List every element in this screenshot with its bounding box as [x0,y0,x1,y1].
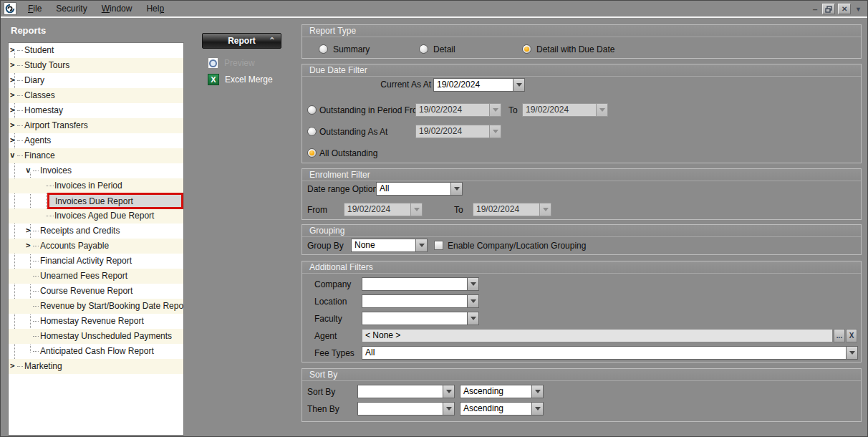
expand-node-icon[interactable]: > [10,120,15,130]
radio-detail-with-due-date[interactable] [522,44,531,54]
tree-item-accounts-payable[interactable]: >Accounts Payable [9,239,183,254]
group-by-dropdown-icon[interactable] [415,239,428,252]
radio-detail-label[interactable]: Detail [433,43,455,56]
group-by-value[interactable]: None [351,239,415,252]
location-value[interactable] [362,294,467,308]
company-dropdown-icon[interactable] [467,277,479,291]
then-by-dropdown-icon[interactable] [443,402,455,416]
collapse-chevron-icon[interactable]: ^ [269,36,274,45]
report-panel-header[interactable]: Report ^ [202,33,281,49]
menu-file[interactable]: File [21,4,49,14]
group-title: Enrolment Filter [302,169,861,181]
expand-node-icon[interactable]: > [26,241,31,251]
minimize-button[interactable]: – [811,4,819,14]
radio-outstanding-as-at[interactable] [307,127,317,136]
menu-security[interactable]: Security [49,4,94,14]
then-direction-value[interactable]: Ascending [460,402,531,416]
expand-node-icon[interactable]: > [10,90,15,100]
fee-types-dropdown-icon[interactable] [846,346,858,360]
menu-window[interactable]: Window [95,4,140,14]
radio-detail-with-due-date-label[interactable]: Detail with Due Date [536,43,614,56]
agent-value[interactable]: < None > [362,329,833,342]
tree-item-label: Unearned Fees Report [40,271,127,281]
close-button[interactable]: ✕ [838,4,851,14]
expand-node-icon[interactable]: > [10,75,15,85]
excel-merge-button[interactable]: X Excel Merge [208,73,273,85]
agent-label: Agent [314,330,337,342]
radio-summary-label[interactable]: Summary [333,43,370,56]
enable-grouping-checkbox[interactable] [434,241,443,250]
tree-item-invoices[interactable]: vInvoices [9,163,183,178]
tree-connector-stub [33,246,39,246]
outstanding-as-at-label[interactable]: Outstanding As At [319,125,387,138]
current-as-at-date-value[interactable]: 19/02/2024 [433,78,513,92]
tree-item-homestay-unscheduled-payments[interactable]: Homestay Unscheduled Payments [9,329,183,344]
collapse-node-icon[interactable]: v [26,165,31,176]
tree-item-invoices-aged-due-report[interactable]: Invoices Aged Due Report [9,208,183,224]
date-range-dropdown-icon[interactable] [450,182,463,196]
radio-summary[interactable] [319,44,328,54]
company-combo [362,277,479,291]
then-direction-dropdown-icon[interactable] [531,402,544,416]
faculty-value[interactable] [362,312,467,325]
tree-connector-stub [17,65,23,66]
tree-item-marketing[interactable]: >Marketing [9,359,183,374]
collapse-node-icon[interactable]: v [10,150,15,160]
tree-item-course-revenue-report[interactable]: Course Revenue Report [9,284,183,299]
expand-node-icon[interactable]: > [10,361,15,371]
window-menu-arrow-icon[interactable]: ▼ [854,6,862,13]
selected-tree-item-highlight[interactable]: Invoices Due Report [47,193,183,209]
tree-item-label: Invoices Aged Due Report [54,211,154,221]
tree-item-unearned-fees-report[interactable]: Unearned Fees Report [9,269,183,284]
tree-item-airport-transfers[interactable]: >Airport Transfers [9,118,183,133]
tree-item-agents[interactable]: >Agents [9,133,183,148]
tree-item-homestay[interactable]: >Homestay [9,103,183,118]
tree-connector-stub [33,276,39,277]
tree-item-student[interactable]: >Student [9,43,183,58]
radio-all-outstanding[interactable] [307,148,317,158]
restore-button[interactable] [822,4,835,14]
tree-item-label: Revenue by Start/Booking Date Report [40,301,184,311]
radio-detail[interactable] [419,44,428,54]
current-as-at-dropdown-icon[interactable] [513,78,525,92]
expand-node-icon[interactable]: > [26,226,31,236]
tree-item-diary[interactable]: >Diary [9,73,183,88]
tree-item-anticipated-cash-flow-report[interactable]: Anticipated Cash Flow Report [9,344,183,359]
tree-item-revenue-by-start-booking-date-report[interactable]: Revenue by Start/Booking Date Report [9,299,183,314]
expand-node-icon[interactable]: > [10,105,15,115]
tree-item-finance[interactable]: vFinance [9,148,183,163]
tree-item-homestay-revenue-report[interactable]: Homestay Revenue Report [9,314,183,329]
date-range-option-value[interactable]: All [376,182,450,196]
radio-outstanding-in-period[interactable] [307,105,317,115]
tree-item-receipts-and-credits[interactable]: >Receipts and Credits [9,224,183,239]
sort-by-value[interactable] [357,385,443,398]
tree-item-financial-activity-report[interactable]: Financial Activity Report [9,254,183,269]
then-by-value[interactable] [357,402,443,416]
expand-node-icon[interactable]: > [10,135,15,145]
tree-item-classes[interactable]: >Classes [9,88,183,103]
agent-clear-button[interactable]: X [846,329,857,342]
all-outstanding-label[interactable]: All Outstanding [319,147,377,160]
tree-item-study-tours[interactable]: >Study Tours [9,58,183,73]
then-by-label: Then By [307,403,339,416]
enable-grouping-label[interactable]: Enable Company/Location Grouping [448,239,586,252]
group-by-label: Group By [307,239,344,252]
tree-connector-stub [33,321,39,322]
menu-help[interactable]: Help [139,4,171,14]
agent-browse-button[interactable]: ... [834,329,845,342]
expand-node-icon[interactable]: > [10,45,15,55]
company-label: Company [314,278,351,291]
tree-item-invoices-due-report[interactable]: Invoices Due Report [9,193,183,208]
expand-node-icon[interactable]: > [10,60,15,70]
fee-types-value[interactable]: All [362,346,846,360]
current-as-at-label: Current As At [374,78,431,91]
company-value[interactable] [362,277,467,291]
sort-by-dropdown-icon[interactable] [443,385,455,398]
sort-direction-dropdown-icon[interactable] [531,385,544,398]
sort-direction-value[interactable]: Ascending [460,385,531,398]
tree-item-label: Student [24,45,54,55]
outstanding-in-period-label[interactable]: Outstanding in Period Fror [319,104,420,117]
tree-item-invoices-in-period[interactable]: Invoices in Period [9,178,183,193]
location-dropdown-icon[interactable] [467,294,479,308]
faculty-dropdown-icon[interactable] [467,312,479,325]
